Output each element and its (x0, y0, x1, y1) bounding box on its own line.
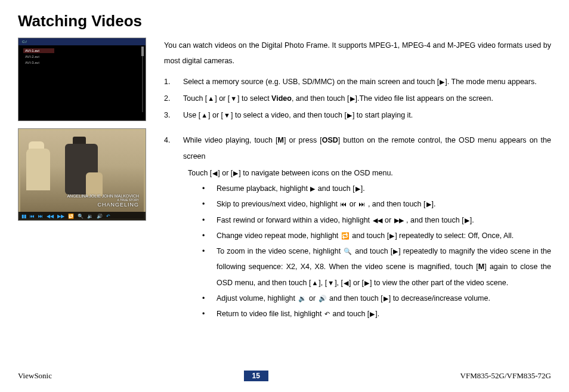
forward-icon: ▶▶ (394, 214, 404, 227)
pause-icon: ▮▮ (21, 214, 26, 219)
step-2: 2. Touch [▲] or [▼] to select Video, and… (164, 91, 551, 106)
bullet-volume: •Adjust volume, highlight 🔉 or 🔊 and the… (202, 291, 551, 306)
bullet-return: •Return to video file list, highlight ↶ … (202, 306, 551, 322)
page-number: 15 (244, 371, 268, 381)
page-title: Watching Videos (18, 12, 551, 30)
return-icon: ↶ (106, 214, 110, 219)
intro-text: You can watch videos on the Digital Phot… (164, 38, 551, 69)
rewind-icon: ◀◀ (373, 214, 382, 227)
movie-caption: ANGELINA JOLIE JOHN MALKOVICH A TRUE STO… (67, 194, 139, 208)
play-icon: ▶ (310, 182, 315, 196)
play-icon: ▶ (389, 229, 394, 243)
up-icon: ▲ (311, 276, 318, 290)
movie-thumbnail: ANGELINA JOLIE JOHN MALKOVICH A TRUE STO… (18, 128, 146, 221)
drive-label: C:/ (22, 40, 27, 44)
down-icon: ▼ (327, 276, 334, 290)
playback-bar: ▮▮ ⏮ ⏭ ◀◀ ▶▶ 🔁 🔍 🔉 🔊 ↶ (18, 212, 146, 220)
step-4-list: 4. While video playing, touch [M] or pre… (164, 132, 551, 164)
osd-nav-line: Touch [◀] or [▶] to navigate between ico… (164, 165, 551, 181)
bullet-skip: •Skip to previous/next video, highlight … (202, 196, 551, 212)
file-item: AVI-3.avi (23, 60, 54, 65)
left-icon: ◀ (344, 276, 348, 290)
bullet-repeat: •Change video repeat mode, highlight 🔁 a… (202, 228, 551, 243)
right-icon: ▶ (364, 276, 369, 290)
play-icon: ▶ (384, 292, 388, 305)
step-3: 3. Use [▲] or [▼] to select a video, and… (164, 107, 551, 123)
footer: ViewSonic 15 VFM835-52G/VFM835-72G (18, 371, 551, 381)
play-icon: ▶ (440, 75, 444, 89)
play-icon: ▶ (355, 182, 360, 196)
osd-bullets: •Resume playback, highlight ▶ and touch … (164, 181, 551, 322)
play-icon: ▶ (370, 307, 375, 321)
file-item: AVI-1.avi (23, 48, 54, 53)
play-icon: ▶ (465, 214, 469, 227)
up-icon: ▲ (208, 92, 214, 106)
rewind-icon: ◀◀ (47, 214, 54, 219)
play-icon: ▶ (393, 245, 398, 258)
next-icon: ⏭ (358, 197, 365, 211)
zoom-icon: 🔍 (344, 245, 352, 258)
step-4: 4. While video playing, touch [M] or pre… (164, 132, 551, 164)
left-column: C:/ AVI-1.avi AVI-2.avi AVI-3.avi ANGELI… (18, 38, 155, 322)
zoom-icon: 🔍 (78, 214, 84, 219)
content-row: C:/ AVI-1.avi AVI-2.avi AVI-3.avi ANGELI… (18, 38, 551, 322)
forward-icon: ▶▶ (57, 214, 64, 219)
play-icon: ▶ (347, 109, 352, 122)
volup-icon: 🔊 (97, 214, 103, 219)
model-label: VFM835-52G/VFM835-72G (460, 371, 551, 381)
right-column: You can watch videos on the Digital Phot… (164, 38, 551, 322)
volup-icon: 🔊 (318, 292, 327, 305)
prev-icon: ⏮ (340, 197, 347, 211)
voldown-icon: 🔉 (298, 292, 307, 305)
right-icon: ▶ (233, 166, 238, 180)
steps-list: 1. Select a memory source (e.g. USB, SD/… (164, 74, 551, 124)
file-list-body: AVI-1.avi AVI-2.avi AVI-3.avi (18, 45, 146, 68)
return-icon: ↶ (324, 307, 330, 321)
play-icon: ▶ (350, 92, 355, 106)
bullet-fast: •Fast rewind or forward within a video, … (202, 212, 551, 228)
repeat-icon: 🔁 (68, 214, 74, 219)
up-icon: ▲ (201, 109, 208, 122)
file-list-header: C:/ (18, 38, 146, 45)
step-1: 1. Select a memory source (e.g. USB, SD/… (164, 74, 551, 89)
down-icon: ▼ (224, 109, 230, 122)
file-list-thumbnail: C:/ AVI-1.avi AVI-2.avi AVI-3.avi (18, 38, 146, 121)
left-icon: ◀ (212, 166, 217, 180)
bullet-zoom: •To zoom in the video scene, highlight 🔍… (202, 243, 551, 291)
brand-label: ViewSonic (18, 371, 52, 381)
next-icon: ⏭ (38, 214, 43, 219)
scrollbar-track (142, 47, 143, 112)
play-icon: ▶ (426, 197, 431, 211)
prev-icon: ⏮ (30, 214, 35, 219)
file-item: AVI-2.avi (23, 54, 54, 59)
bullet-resume: •Resume playback, highlight ▶ and touch … (202, 181, 551, 196)
voldown-icon: 🔉 (87, 214, 93, 219)
repeat-icon: 🔁 (341, 229, 350, 243)
down-icon: ▼ (230, 92, 237, 106)
scrollbar-thumb (141, 47, 144, 56)
